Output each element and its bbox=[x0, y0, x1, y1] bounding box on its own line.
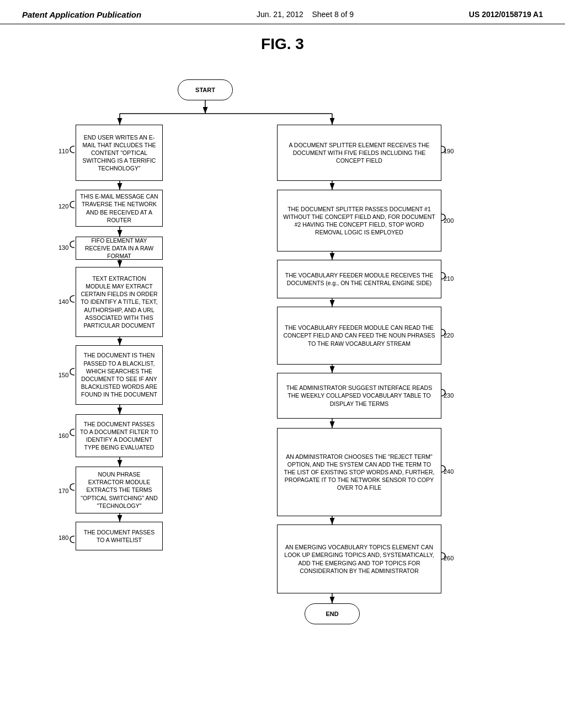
diagram-container: START END USER WRITES AN E-MAIL THAT INC… bbox=[23, 64, 542, 704]
header-sheet: Sheet 8 of 9 bbox=[312, 10, 354, 19]
node-240: AN ADMINISTRATOR CHOOSES THE "REJECT TER… bbox=[277, 428, 441, 516]
label-150: 150 bbox=[58, 372, 68, 378]
node-210: THE VOCABULARY FEEDER MODULE RECEIVES TH… bbox=[277, 260, 441, 298]
start-node: START bbox=[178, 79, 233, 100]
node-130: FIFO ELEMENT MAY RECEIVE DATA IN A RAW F… bbox=[76, 237, 163, 260]
label-180: 180 bbox=[58, 534, 68, 541]
header-center: Jun. 21, 2012 Sheet 8 of 9 bbox=[257, 10, 354, 19]
end-node: END bbox=[305, 603, 360, 624]
label-130: 130 bbox=[58, 244, 68, 251]
label-240: 240 bbox=[444, 468, 454, 475]
label-190: 190 bbox=[444, 148, 454, 154]
node-260: AN EMERGING VOCABULARY TOPICS ELEMENT CA… bbox=[277, 524, 441, 593]
label-260: 260 bbox=[444, 555, 454, 561]
node-170: NOUN PHRASE EXTRACTOR MODULE EXTRACTS TH… bbox=[76, 467, 163, 513]
node-140: TEXT EXTRACTION MODULE MAY EXTRACT CERTA… bbox=[76, 267, 163, 337]
node-120: THIS E-MAIL MESSAGE CAN TRAVERSE THE NET… bbox=[76, 190, 163, 227]
label-110: 110 bbox=[58, 148, 68, 154]
node-110: END USER WRITES AN E-MAIL THAT INCLUDES … bbox=[76, 125, 163, 181]
label-200: 200 bbox=[444, 217, 454, 224]
page-header: Patent Application Publication Jun. 21, … bbox=[0, 0, 565, 24]
node-230: THE ADMINISTRATOR SUGGEST INTERFACE READ… bbox=[277, 373, 441, 419]
header-left: Patent Application Publication bbox=[22, 10, 141, 19]
header-right: US 2012/0158719 A1 bbox=[469, 10, 543, 19]
label-170: 170 bbox=[58, 488, 68, 494]
label-220: 220 bbox=[444, 332, 454, 339]
node-160: THE DOCUMENT PASSES TO A DOCUMENT FILTER… bbox=[76, 414, 163, 457]
label-230: 230 bbox=[444, 392, 454, 399]
label-160: 160 bbox=[58, 432, 68, 439]
node-220: THE VOCABULARY FEEDER MODULE CAN READ TH… bbox=[277, 307, 441, 365]
diagram-area: FIG. 3 bbox=[0, 24, 565, 709]
label-210: 210 bbox=[444, 275, 454, 282]
node-180: THE DOCUMENT PASSES TO A WHITELIST bbox=[76, 522, 163, 550]
label-120: 120 bbox=[58, 203, 68, 210]
header-date: Jun. 21, 2012 bbox=[257, 10, 303, 19]
label-140: 140 bbox=[58, 298, 68, 305]
node-200: THE DOCUMENT SPLITTER PASSES DOCUMENT #1… bbox=[277, 190, 441, 251]
fig-title: FIG. 3 bbox=[22, 35, 543, 53]
node-190: A DOCUMENT SPLITTER ELEMENT RECEIVES THE… bbox=[277, 125, 441, 181]
node-150: THE DOCUMENT IS THEN PASSED TO A BLACKLI… bbox=[76, 345, 163, 405]
